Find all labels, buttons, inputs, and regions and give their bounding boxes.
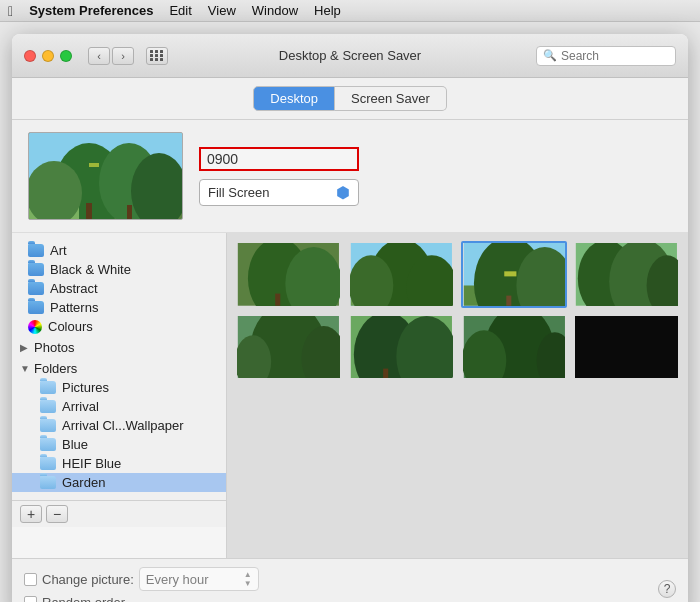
folder-icon xyxy=(28,263,44,276)
svg-rect-13 xyxy=(275,294,280,306)
zoom-button[interactable] xyxy=(60,50,72,62)
menubar-edit[interactable]: Edit xyxy=(169,3,191,18)
photos-toggle-icon: ▶ xyxy=(20,342,30,353)
folder-icon xyxy=(40,438,56,451)
folder-icon xyxy=(28,244,44,257)
sidebar-item-black-white[interactable]: Black & White xyxy=(12,260,226,279)
folders-toggle-icon: ▼ xyxy=(20,363,30,374)
sidebar-item-arrival-cl[interactable]: Arrival Cl...Wallpaper xyxy=(12,416,226,435)
bottom-left-controls: Change picture: Every hour ▲ ▼ Random or… xyxy=(24,567,650,602)
change-picture-checkbox[interactable] xyxy=(24,573,37,586)
menubar-help[interactable]: Help xyxy=(314,3,341,18)
sidebar-item-art[interactable]: Art xyxy=(12,241,226,260)
wallpaper-thumb-3[interactable] xyxy=(461,241,568,308)
wallpaper-image-6 xyxy=(350,316,453,379)
wallpaper-grid xyxy=(235,241,680,380)
wallpaper-image-2 xyxy=(350,243,453,306)
sidebar-label-black-white: Black & White xyxy=(50,262,131,277)
sidebar-label-photos: Photos xyxy=(34,340,74,355)
remove-folder-button[interactable]: − xyxy=(46,505,68,523)
desktop-preview xyxy=(28,132,183,220)
tab-screen-saver[interactable]: Screen Saver xyxy=(335,86,447,111)
sidebar-folders-section[interactable]: ▼ Folders xyxy=(12,357,226,378)
grid-icon xyxy=(150,50,164,61)
grid-view-button[interactable] xyxy=(146,47,168,65)
body-split: Art Black & White Abstract Patterns xyxy=(12,233,688,558)
change-picture-label: Change picture: xyxy=(42,572,134,587)
folder-icon xyxy=(40,381,56,394)
wallpaper-thumb-6[interactable] xyxy=(348,314,455,381)
sidebar-label-pictures: Pictures xyxy=(62,380,109,395)
bottom-bar: Change picture: Every hour ▲ ▼ Random or… xyxy=(12,558,688,602)
tab-bar: Desktop Screen Saver xyxy=(12,78,688,120)
folder-icon xyxy=(28,301,44,314)
wallpaper-image-1 xyxy=(237,243,340,306)
add-folder-button[interactable]: + xyxy=(20,505,42,523)
sidebar-item-patterns[interactable]: Patterns xyxy=(12,298,226,317)
close-button[interactable] xyxy=(24,50,36,62)
wallpaper-thumb-7[interactable] xyxy=(461,314,568,381)
wallpaper-image-7 xyxy=(463,316,566,379)
sidebar-label-garden: Garden xyxy=(62,475,105,490)
wallpaper-image-3 xyxy=(463,243,566,306)
main-content: 0900 Fill Screen ⬢ Art xyxy=(12,120,688,602)
random-order-checkbox[interactable] xyxy=(24,596,37,602)
folder-icon xyxy=(28,282,44,295)
sidebar-label-blue: Blue xyxy=(62,437,88,452)
sidebar-label-abstract: Abstract xyxy=(50,281,98,296)
sidebar-container: Art Black & White Abstract Patterns xyxy=(12,233,227,558)
sidebar-label-art: Art xyxy=(50,243,67,258)
sidebar-item-arrival[interactable]: Arrival xyxy=(12,397,226,416)
fill-screen-dropdown[interactable]: Fill Screen ⬢ xyxy=(199,179,359,206)
tab-desktop[interactable]: Desktop xyxy=(253,86,335,111)
svg-rect-24 xyxy=(504,271,516,276)
sidebar-item-garden[interactable]: Garden xyxy=(12,473,226,492)
menubar-view[interactable]: View xyxy=(208,3,236,18)
wallpaper-thumb-4[interactable] xyxy=(573,241,680,308)
sidebar-photos-section[interactable]: ▶ Photos xyxy=(12,336,226,357)
wallpaper-thumb-1[interactable] xyxy=(235,241,342,308)
random-order-label: Random order xyxy=(42,595,125,602)
nav-buttons: ‹ › xyxy=(88,47,134,65)
folder-icon xyxy=(40,457,56,470)
random-order-row: Random order xyxy=(24,595,650,602)
svg-rect-36 xyxy=(383,368,388,378)
preview-controls: 0900 Fill Screen ⬢ xyxy=(199,147,359,206)
wallpaper-thumb-8[interactable] xyxy=(573,314,680,381)
change-picture-row: Change picture: Every hour ▲ ▼ xyxy=(24,567,650,591)
sidebar-item-heif-blue[interactable]: HEIF Blue xyxy=(12,454,226,473)
apple-menu[interactable]:  xyxy=(8,3,13,19)
titlebar: ‹ › Desktop & Screen Saver 🔍 xyxy=(12,34,688,78)
preview-image xyxy=(29,133,183,220)
sidebar-item-abstract[interactable]: Abstract xyxy=(12,279,226,298)
sidebar-item-colours[interactable]: Colours xyxy=(12,317,226,336)
interval-dropdown[interactable]: Every hour ▲ ▼ xyxy=(139,567,259,591)
wallpaper-code: 0900 xyxy=(199,147,359,171)
wallpaper-thumb-2[interactable] xyxy=(348,241,455,308)
colour-dot-icon xyxy=(28,320,42,334)
wallpaper-image-black xyxy=(575,316,678,379)
menubar:  System Preferences Edit View Window He… xyxy=(0,0,700,22)
svg-rect-5 xyxy=(86,203,92,220)
search-input[interactable] xyxy=(561,49,671,63)
minimize-button[interactable] xyxy=(42,50,54,62)
wallpaper-image-4 xyxy=(575,243,678,306)
fill-dropdown-arrow-icon: ⬢ xyxy=(336,183,350,202)
svg-rect-9 xyxy=(89,163,99,167)
forward-button[interactable]: › xyxy=(112,47,134,65)
sidebar-label-heif-blue: HEIF Blue xyxy=(62,456,121,471)
sidebar-item-blue[interactable]: Blue xyxy=(12,435,226,454)
help-button[interactable]: ? xyxy=(658,580,676,598)
wallpaper-image-5 xyxy=(237,316,340,379)
sidebar: Art Black & White Abstract Patterns xyxy=(12,233,227,500)
folder-icon xyxy=(40,400,56,413)
sidebar-item-pictures[interactable]: Pictures xyxy=(12,378,226,397)
search-box[interactable]: 🔍 xyxy=(536,46,676,66)
window-title: Desktop & Screen Saver xyxy=(279,48,421,63)
sidebar-label-arrival: Arrival xyxy=(62,399,99,414)
wallpaper-thumb-5[interactable] xyxy=(235,314,342,381)
back-button[interactable]: ‹ xyxy=(88,47,110,65)
preview-area: 0900 Fill Screen ⬢ xyxy=(12,120,688,233)
menubar-window[interactable]: Window xyxy=(252,3,298,18)
menubar-system-preferences[interactable]: System Preferences xyxy=(29,3,153,18)
